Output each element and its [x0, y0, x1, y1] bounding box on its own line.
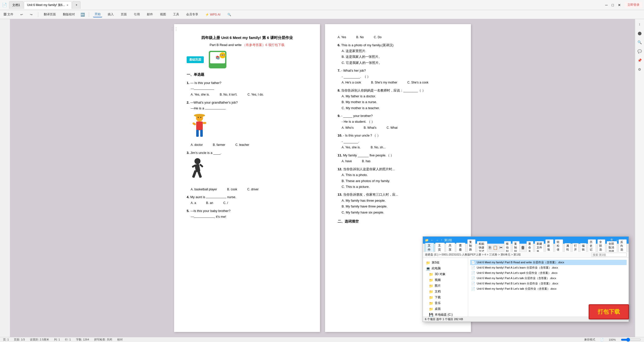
tab-member[interactable]: 会员专享	[185, 12, 200, 17]
fe-up-btn[interactable]: ↑	[441, 238, 442, 242]
fe-file-6[interactable]: 📄 Unit 6 Meet my family! Part B Let's ta…	[470, 286, 627, 291]
svg-point-15	[194, 158, 200, 164]
sidebar-icon-1[interactable]: ↕	[637, 21, 643, 27]
tab-page[interactable]: 页面	[119, 12, 128, 17]
svg-rect-9	[196, 130, 199, 137]
fe-nav-down[interactable]: 📁下载	[423, 294, 468, 300]
fe-nav-music[interactable]: 📁音乐	[423, 300, 468, 306]
tab-close-icon[interactable]: ✕	[66, 4, 68, 7]
fe-address-bar[interactable]: 老硬盘 (E:) > 0001-20231021-人教版PEP上册 > 4 > …	[423, 252, 629, 258]
tab-mail[interactable]: 邮件	[145, 12, 154, 17]
q9-optB: B. What's	[364, 125, 377, 131]
nav-label-desktop: 桌面	[435, 307, 441, 311]
fe-copy-btn[interactable]: ⎘	[489, 245, 491, 250]
q5-text: —Is this your baby brother?	[190, 209, 230, 213]
fe-open-btn[interactable]: 打开	[572, 243, 579, 252]
fe-file-4[interactable]: 📄 Unit 6 Meet my family! Part A Let's ta…	[470, 276, 627, 281]
fe-cut-btn[interactable]: ✂	[499, 245, 503, 250]
fe-edit-btn[interactable]: 编辑	[580, 243, 586, 252]
q1-optA: A. Yes, she is.	[191, 92, 210, 98]
fe-paste-btn[interactable]: 📋	[493, 245, 498, 250]
q13-num: 13.	[338, 193, 342, 196]
subtitle-part-b: Part B Read and write	[210, 43, 242, 47]
sidebar-icon-5[interactable]: 📌	[637, 57, 643, 63]
svg-text:📚: 📚	[216, 56, 220, 60]
nav-label-3d: 3D 对象	[435, 272, 446, 276]
fe-nav-pics[interactable]: 📁图片	[423, 283, 468, 289]
ribbon-translate[interactable]: 翻译页面	[42, 12, 57, 17]
window-close-btn[interactable]: ✕	[616, 3, 623, 7]
login-btn[interactable]: 立即登录	[625, 2, 642, 8]
fe-tab-view[interactable]: 查看	[456, 243, 465, 253]
tab-view[interactable]: 视图	[158, 12, 168, 17]
window-min-btn[interactable]: ─	[603, 3, 610, 7]
sidebar-icon-2[interactable]: ⬤	[637, 30, 643, 36]
q5-optA: A. Yes	[338, 35, 346, 40]
tab-doc1[interactable]: 文档1	[9, 1, 23, 9]
download-button[interactable]: 打包下载	[589, 304, 629, 319]
fe-search-input[interactable]	[591, 253, 627, 257]
tab-new[interactable]: +	[72, 1, 80, 9]
sidebar-icon-4[interactable]: 💬	[637, 48, 643, 54]
fe-nav-group5[interactable]: 📁第5组	[423, 260, 468, 266]
status-page: 页: 1	[3, 338, 9, 341]
q1-blank	[194, 90, 214, 90]
sidebar-icon-3[interactable]: 🔍	[637, 39, 643, 45]
fe-nav-video[interactable]: 📁视频	[423, 277, 468, 283]
fe-tab-file[interactable]: 文件	[425, 243, 434, 253]
q12-num: 12.	[338, 167, 342, 171]
q2-blank	[205, 109, 225, 109]
ribbon-redo[interactable]: ↪	[28, 12, 34, 17]
fe-file-1[interactable]: 📄 Unit 6 Meet my family! Part B Read and…	[470, 260, 627, 265]
q8-optC: C. My mother is a teacher.	[342, 105, 458, 111]
file2-icon: 📄	[471, 266, 475, 270]
tab-active[interactable]: Unit 6 Meet my family! 第6... ✕	[24, 1, 72, 9]
fe-back-btn[interactable]: ←	[431, 238, 434, 242]
q4-optB: B. an	[206, 200, 213, 206]
window-max-btn[interactable]: □	[610, 3, 616, 7]
question-13: 13. 当你告诉朋友，你家有三口人时，应... A. My family has…	[338, 192, 458, 215]
fe-file-3[interactable]: 📄 Unit 6 Meet my family! Part A Let's sp…	[470, 270, 627, 276]
status-words: 字数: 1264	[76, 338, 89, 341]
app-icon: 📄	[2, 3, 7, 7]
q5-optC: C. Do	[374, 35, 382, 40]
q2-optB: B. farmer	[213, 142, 225, 148]
q8-optB: B. My mother is a nurse.	[342, 99, 458, 105]
sidebar-icon-6[interactable]: ⚙	[637, 66, 643, 72]
fe-nav-docs[interactable]: 📁文档	[423, 289, 468, 294]
fe-nav-mypc[interactable]: 💻此电脑	[423, 266, 468, 271]
question-8: 8. 当你告诉别人你妈妈是一名教师时，应说：________（ ） A. My …	[338, 88, 458, 111]
fe-nav-c[interactable]: 💾本地磁盘 (C:)	[423, 312, 468, 317]
fe-tab-home[interactable]: 主页	[435, 243, 445, 253]
wps-ai-btn[interactable]: ⚡ WPS AI	[204, 12, 222, 17]
fe-file-2[interactable]: 📄 Unit 6 Meet my family! Part A Let's le…	[470, 265, 627, 270]
q4-optA: A. a	[191, 200, 196, 206]
fe-file-5[interactable]: 📄 Unit 6 Meet my family! Part B Let's le…	[470, 281, 627, 286]
q1-optC: C. Yes, I do.	[248, 92, 264, 98]
fe-nav-desktop[interactable]: 📁桌面	[423, 306, 468, 312]
q9-num: 9.	[338, 114, 340, 118]
q12-opts: A. This is a photo. B. These are photos …	[342, 172, 458, 190]
question-12: 12. 当你告诉别人这是你家人的照片时... A. This is a phot…	[338, 166, 458, 190]
q8-text: 当你告诉别人你妈妈是一名教师时，应说：________（ ）	[341, 89, 425, 92]
tab-insert[interactable]: 插入	[106, 12, 115, 17]
fe-tab-share[interactable]: 共享	[446, 243, 455, 253]
svg-rect-12	[203, 122, 206, 124]
tab-start[interactable]: 开始	[93, 12, 102, 17]
tab-ref[interactable]: 引用	[132, 12, 141, 17]
ribbon-file[interactable]: ☰ 文件	[2, 12, 15, 17]
fe-forward-btn[interactable]: →	[436, 238, 439, 242]
q8-opts: A. My father is a doctor. B. My mother i…	[342, 93, 458, 111]
svg-rect-10	[200, 130, 203, 137]
fe-nav-3d[interactable]: 📁3D 对象	[423, 271, 468, 277]
q10-dash: - ________.	[342, 139, 458, 144]
fe-delete-btn[interactable]: 🗑	[521, 245, 525, 250]
ribbon-undo[interactable]: ↩	[19, 12, 24, 17]
zoom-slider[interactable]	[621, 338, 641, 342]
tab-tools[interactable]: 工具	[172, 12, 181, 17]
ribbon-search[interactable]: 🔍	[226, 12, 233, 17]
view-mode-btn[interactable]: 📄	[600, 338, 604, 341]
nav-label-group5: 第5组	[432, 261, 439, 265]
fe-props-btn[interactable]: 属性	[565, 243, 571, 252]
ribbon-review[interactable]: 翻版校对	[61, 12, 76, 17]
